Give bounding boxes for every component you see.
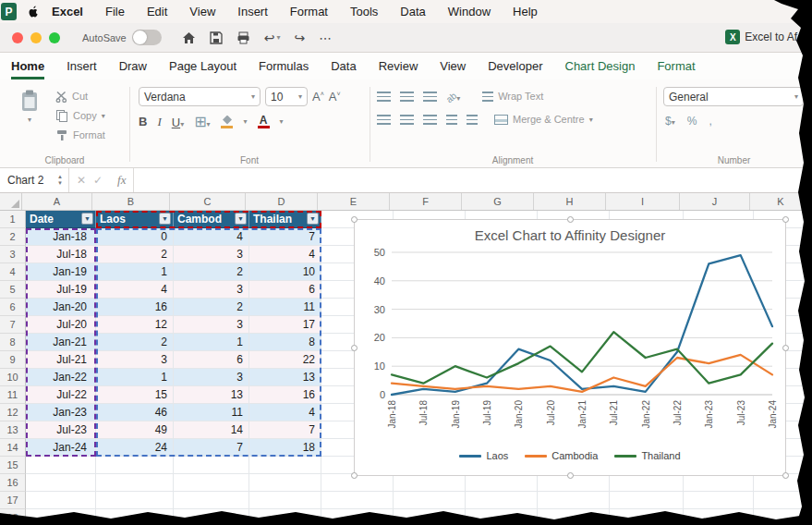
align-top-icon[interactable] — [377, 92, 391, 102]
menu-item-window[interactable]: Window — [448, 5, 491, 18]
cell-C7[interactable]: 3 — [174, 316, 249, 334]
menu-item-tools[interactable]: Tools — [350, 5, 378, 18]
cell-A7[interactable]: Jul-20 — [26, 316, 96, 334]
cell-A16[interactable] — [26, 474, 96, 492]
cell-C8[interactable]: 1 — [174, 334, 249, 351]
column-header-G[interactable]: G — [462, 193, 534, 210]
cell-H16[interactable] — [538, 474, 610, 492]
cell-J17[interactable] — [684, 492, 754, 509]
menu-item-view[interactable]: View — [189, 5, 215, 18]
cell-A14[interactable]: Jan-24 — [26, 439, 96, 457]
cell-A11[interactable]: Jul-22 — [26, 386, 96, 404]
cell-B7[interactable]: 12 — [96, 316, 174, 334]
cell-B11[interactable]: 15 — [96, 386, 174, 404]
row-header-16[interactable]: 16 — [0, 474, 26, 492]
confirm-entry-icon[interactable]: ✓ — [93, 174, 103, 187]
column-header-C[interactable]: C — [170, 193, 246, 210]
cell-C3[interactable]: 3 — [174, 246, 249, 263]
cell-C12[interactable]: 11 — [174, 404, 249, 421]
cell-B6[interactable]: 16 — [96, 299, 174, 316]
decrease-font-size-button[interactable]: A˅ — [329, 90, 341, 104]
cell-A6[interactable]: Jan-20 — [26, 299, 96, 316]
cell-A8[interactable]: Jan-21 — [26, 334, 96, 351]
column-header-E[interactable]: E — [318, 193, 390, 210]
column-header-B[interactable]: B — [92, 193, 170, 210]
filter-button-date[interactable]: ▼ — [81, 213, 93, 225]
autosave-toggle[interactable] — [132, 30, 162, 45]
close-window-button[interactable] — [12, 32, 23, 43]
row-header-15[interactable]: 15 — [0, 457, 26, 474]
menu-item-insert[interactable]: Insert — [237, 5, 268, 18]
cell-D6[interactable]: 11 — [249, 299, 321, 316]
cell-C11[interactable]: 13 — [174, 386, 249, 404]
cell-C9[interactable]: 6 — [174, 351, 249, 369]
cell-D4[interactable]: 10 — [249, 263, 321, 281]
cell-A9[interactable]: Jul-21 — [26, 351, 96, 369]
cell-E17[interactable] — [321, 492, 394, 509]
cell-E16[interactable] — [321, 474, 394, 492]
chart-resize-handle[interactable] — [351, 345, 358, 351]
tab-format[interactable]: Format — [657, 53, 695, 79]
bold-button[interactable]: B — [139, 115, 147, 128]
cell-J16[interactable] — [684, 474, 754, 492]
cell-I16[interactable] — [610, 474, 684, 492]
cell-D10[interactable]: 13 — [249, 369, 321, 386]
cell-D14[interactable]: 18 — [249, 439, 321, 457]
italic-button[interactable]: I — [157, 115, 161, 129]
zoom-window-button[interactable] — [49, 32, 60, 43]
tab-draw[interactable]: Draw — [119, 53, 147, 79]
apple-menu-icon[interactable] — [28, 6, 39, 18]
redo-button[interactable]: ↪ — [294, 31, 305, 45]
cell-A12[interactable]: Jan-23 — [26, 404, 96, 421]
cell-B9[interactable]: 3 — [96, 351, 174, 369]
cell-C15[interactable] — [174, 457, 249, 474]
cell-B5[interactable]: 4 — [96, 281, 174, 299]
align-center-icon[interactable] — [400, 115, 414, 125]
cell-C2[interactable]: 4 — [174, 228, 249, 246]
tab-formulas[interactable]: Formulas — [259, 53, 309, 79]
tab-developer[interactable]: Developer — [488, 53, 542, 79]
cell-C14[interactable]: 7 — [174, 439, 249, 457]
cell-B1[interactable]: Laos▼ — [96, 211, 174, 228]
legend-item-laos[interactable]: Laos — [459, 450, 508, 461]
cell-C10[interactable]: 3 — [174, 369, 249, 386]
chart-resize-handle[interactable] — [782, 216, 789, 223]
underline-button[interactable]: U▾ — [172, 114, 184, 130]
cancel-entry-icon[interactable]: ✕ — [77, 174, 86, 187]
insert-function-icon[interactable]: fx — [117, 173, 126, 188]
cell-C17[interactable] — [174, 492, 249, 509]
column-header-A[interactable]: A — [22, 193, 92, 210]
cell-D12[interactable]: 4 — [249, 404, 321, 421]
cell-A13[interactable]: Jul-23 — [26, 421, 96, 439]
filter-button-cambod[interactable]: ▼ — [235, 213, 247, 225]
cell-B2[interactable]: 0 — [96, 228, 174, 246]
font-family-combo[interactable]: Verdana ▾ — [139, 87, 261, 106]
align-right-icon[interactable] — [423, 115, 437, 125]
number-format-combo[interactable]: General ▾ — [663, 87, 804, 106]
cell-D17[interactable] — [249, 492, 321, 509]
format-painter-button[interactable]: Format — [55, 126, 105, 144]
row-header-5[interactable]: 5 — [0, 281, 26, 299]
cell-A5[interactable]: Jul-19 — [26, 281, 96, 299]
legend-item-thailand[interactable]: Thailand — [614, 450, 680, 461]
cell-A1[interactable]: Date▼ — [26, 211, 96, 228]
cell-C16[interactable] — [174, 474, 249, 492]
merge-centre-button[interactable]: Merge & Centre ▾ — [494, 114, 593, 125]
cell-B14[interactable]: 24 — [96, 439, 174, 457]
cell-B15[interactable] — [96, 457, 174, 474]
cell-B16[interactable] — [96, 474, 174, 492]
row-header-6[interactable]: 6 — [0, 299, 26, 316]
cell-B13[interactable]: 49 — [96, 421, 174, 439]
cell-F17[interactable] — [394, 492, 466, 509]
cell-D15[interactable] — [249, 457, 321, 474]
filter-button-thailan[interactable]: ▼ — [307, 213, 319, 225]
row-header-9[interactable]: 9 — [0, 351, 26, 369]
document-chip[interactable]: X Excel to Af — [725, 30, 797, 44]
currency-format-button[interactable]: $▾ — [665, 115, 675, 128]
tab-page-layout[interactable]: Page Layout — [169, 53, 236, 79]
cell-B10[interactable]: 1 — [96, 369, 174, 386]
menu-item-help[interactable]: Help — [513, 5, 538, 18]
chart-resize-handle[interactable] — [567, 216, 574, 223]
legend-item-cambodia[interactable]: Cambodia — [525, 450, 598, 461]
name-box-stepper[interactable]: ▲▼ — [57, 174, 63, 186]
